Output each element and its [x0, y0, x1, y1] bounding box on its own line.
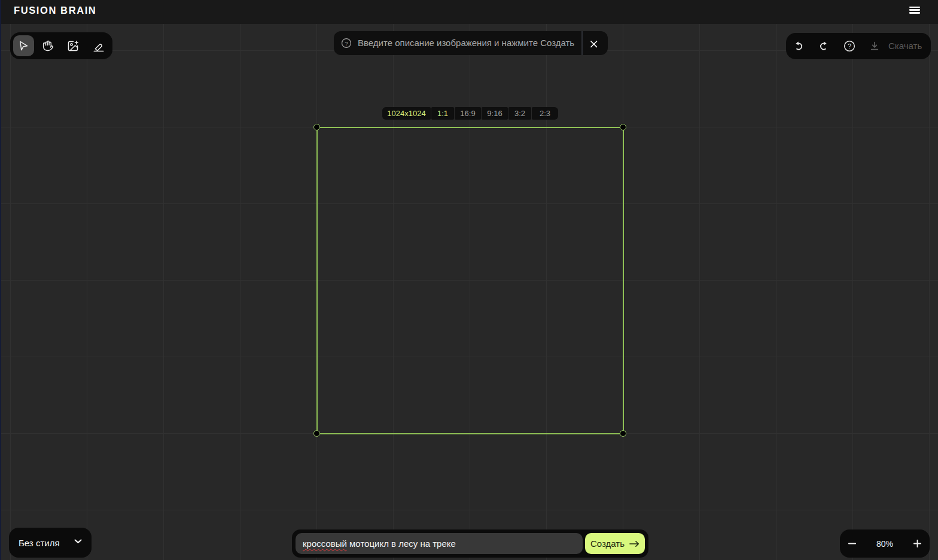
svg-text:?: ?: [345, 40, 348, 47]
svg-text:?: ?: [848, 42, 851, 50]
